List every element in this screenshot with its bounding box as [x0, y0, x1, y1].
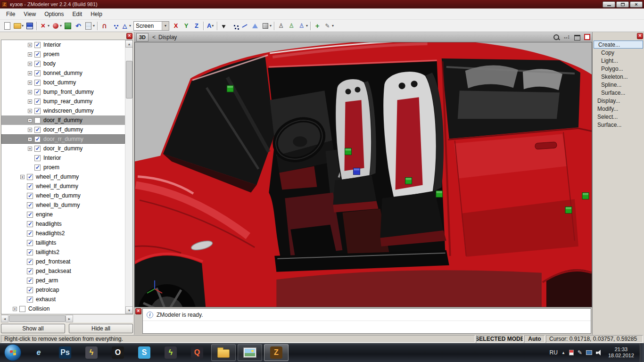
hidden-icons-arrow[interactable]: ▲ [561, 351, 565, 355]
visibility-checkbox[interactable] [34, 89, 41, 95]
toolbar-skin-paint-button[interactable]: ▾ [322, 21, 335, 31]
expand-toggle-icon[interactable]: + [28, 128, 32, 132]
toolbar-level-edges-button[interactable] [239, 21, 250, 31]
visibility-checkbox[interactable] [34, 99, 41, 105]
tree-row[interactable]: + bonnet_dummy [1, 68, 125, 78]
taskbar-photoshop[interactable]: Ps [53, 344, 77, 361]
tree-row[interactable]: wheel_lb_dummy [1, 200, 125, 210]
language-indicator[interactable]: RU [550, 349, 558, 356]
pan-icon[interactable] [562, 33, 571, 41]
expand-toggle-icon[interactable]: + [28, 62, 32, 66]
tree-row[interactable]: exhaust [1, 295, 125, 304]
tree-row[interactable]: headlights [1, 219, 125, 229]
visibility-checkbox[interactable] [27, 268, 33, 274]
taskbar-photo-viewer[interactable] [238, 344, 262, 361]
toolbar-new-file-button[interactable] [2, 21, 12, 31]
tree-row[interactable]: taillights [1, 238, 125, 247]
chevron-down-icon[interactable]: ▾ [48, 24, 50, 28]
toolbar-undo-arrow-button[interactable] [73, 21, 83, 31]
visibility-checkbox[interactable] [34, 80, 41, 86]
visibility-checkbox[interactable] [27, 212, 33, 218]
title-bar[interactable]: Z кузов - ZModeler ver 2.2.4 (Build 981)… [0, 0, 644, 8]
scroll-up-icon[interactable]: ▲ [125, 40, 133, 48]
scroll-right-icon[interactable]: ► [66, 315, 73, 322]
menu-item-modify[interactable]: Modify... [594, 105, 643, 113]
visibility-checkbox[interactable] [27, 296, 33, 303]
toolbar-axis-y-button[interactable]: Y [181, 21, 191, 31]
tray-flag-icon[interactable] [569, 350, 574, 355]
visibility-checkbox[interactable] [34, 42, 41, 48]
expand-toggle-icon[interactable]: + [28, 137, 32, 141]
expand-toggle-icon[interactable]: + [13, 307, 17, 311]
view-select-combo[interactable]: Screen▾ [133, 21, 169, 31]
visibility-checkbox[interactable] [34, 51, 41, 58]
view-back-arrow[interactable]: < [152, 34, 156, 41]
taskbar-qip[interactable]: Q [185, 344, 209, 361]
taskbar-power-app[interactable]: ϟ [79, 344, 104, 361]
show-all-button[interactable]: Show all [1, 324, 65, 333]
expand-toggle-icon[interactable]: + [28, 147, 32, 151]
tree-row[interactable]: + windscreen_dummy [1, 106, 125, 115]
tree-row[interactable]: headlights2 [1, 229, 125, 238]
visibility-checkbox[interactable] [34, 61, 41, 67]
view-mode-button[interactable]: 3D [136, 33, 149, 41]
toolbar-axis-x-button[interactable]: X [171, 21, 181, 31]
visibility-checkbox[interactable] [27, 240, 33, 246]
menu-item-display[interactable]: Display... [594, 97, 643, 105]
visibility-checkbox[interactable] [27, 249, 33, 255]
visibility-checkbox[interactable] [27, 278, 33, 284]
expand-toggle-icon[interactable]: + [28, 43, 32, 47]
minimize-button[interactable] [603, 1, 615, 8]
tree-row[interactable]: Interior [1, 153, 125, 163]
volume-icon[interactable] [596, 349, 603, 356]
expand-toggle-icon[interactable]: + [28, 109, 32, 113]
maximize-button[interactable] [616, 1, 629, 8]
menu-item-select[interactable]: Select... [594, 113, 643, 121]
tree-horizontal-scrollbar[interactable]: ◄ ► [1, 315, 133, 322]
close-button[interactable]: × [630, 1, 643, 8]
tree-row[interactable]: + door_rr_dummy [1, 134, 125, 144]
expand-toggle-icon[interactable]: + [28, 71, 32, 75]
toolbar-level-vertices-button[interactable] [229, 21, 239, 31]
tree-row[interactable]: wheel_lf_dummy [1, 181, 125, 191]
tree-row[interactable]: + body [1, 59, 125, 68]
visibility-checkbox[interactable] [27, 259, 33, 265]
tree-row[interactable]: + Collision [1, 304, 125, 313]
visibility-checkbox[interactable] [34, 155, 41, 161]
visibility-checkbox[interactable] [27, 183, 33, 189]
chevron-down-icon[interactable]: ▾ [270, 24, 272, 28]
visibility-checkbox[interactable] [27, 221, 33, 227]
visibility-checkbox[interactable] [27, 193, 33, 199]
toolbar-axis-z-button[interactable]: Z [191, 21, 202, 31]
toolbar-vertex-tool-button[interactable] [109, 21, 120, 31]
toolbar-select-arrow-button[interactable] [219, 21, 229, 31]
tree-row[interactable]: + door_rf_dummy [1, 125, 125, 134]
chevron-down-icon[interactable]: ▾ [162, 22, 169, 30]
menu-item-surface[interactable]: Surface... [594, 121, 643, 129]
tree-row[interactable]: taillights2 [1, 247, 125, 257]
tray-pen-icon[interactable]: ✎ [578, 349, 582, 356]
toolbar-bone-tool-button[interactable] [276, 21, 286, 31]
toolbar-axis-a-button[interactable]: A▾ [205, 21, 215, 31]
visibility-checkbox[interactable] [27, 202, 33, 208]
expand-toggle-icon[interactable]: + [28, 99, 32, 104]
menu-options[interactable]: Options [40, 9, 68, 19]
commands-close-button[interactable]: × [637, 33, 643, 39]
toolbar-level-polygons-button[interactable] [250, 21, 260, 31]
message-close-button[interactable]: × [135, 308, 141, 314]
toolbar-material-sphere-button[interactable]: ▾ [50, 21, 63, 31]
menu-item-surface[interactable]: Surface... [594, 89, 643, 97]
tree-row[interactable]: + proem [1, 49, 125, 59]
expand-toggle-icon[interactable]: + [28, 52, 32, 57]
toolbar-level-objects-button[interactable]: ▾ [260, 21, 272, 31]
visibility-checkbox[interactable] [34, 108, 41, 114]
tree-row[interactable]: + door_lf_dummy [1, 115, 125, 125]
toolbar-delete-x-button[interactable]: ▾ [38, 21, 50, 31]
chevron-down-icon[interactable]: ▾ [93, 24, 95, 28]
toolbar-save-floppy-button[interactable] [25, 21, 35, 31]
expand-toggle-icon[interactable]: + [28, 118, 32, 123]
menu-item-spline[interactable]: Spline... [594, 81, 643, 89]
visibility-checkbox[interactable] [34, 127, 41, 133]
tree-row[interactable]: proem [1, 163, 125, 172]
visibility-checkbox[interactable] [34, 136, 41, 142]
